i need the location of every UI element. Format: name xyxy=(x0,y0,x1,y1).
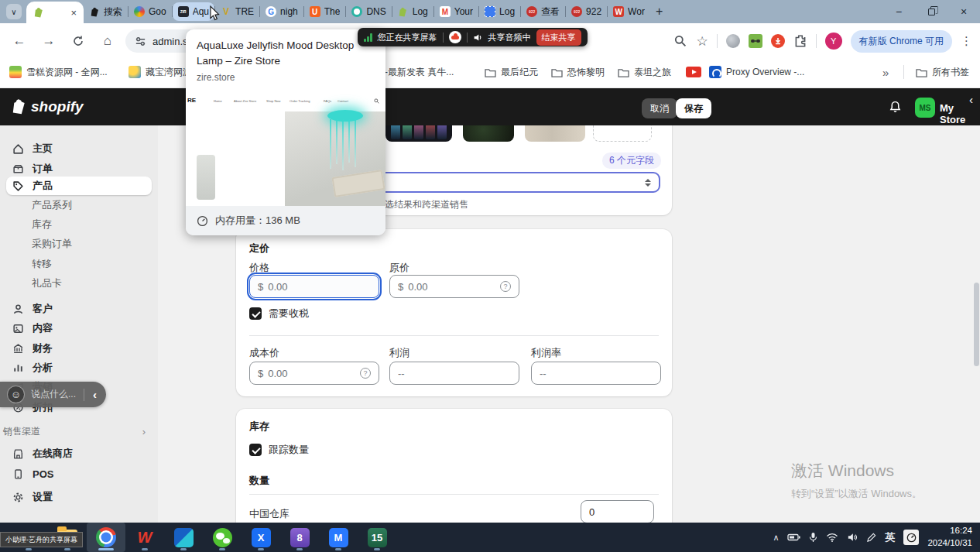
checkbox-checked-icon[interactable] xyxy=(249,444,262,456)
quantity-input[interactable] xyxy=(589,506,646,518)
browser-tab-active[interactable]: × xyxy=(26,2,84,23)
profit-field[interactable] xyxy=(389,362,519,385)
bookmark-star-icon[interactable]: ☆ xyxy=(696,33,708,50)
profit-input[interactable] xyxy=(398,368,511,379)
sidebar-item-gift-cards[interactable]: 礼品卡 xyxy=(6,275,152,292)
new-tab-button[interactable]: + xyxy=(650,0,672,23)
collapse-widget-button[interactable]: ‹ xyxy=(91,388,99,401)
extensions-puzzle-icon[interactable] xyxy=(793,34,807,48)
home-button[interactable]: ⌂ xyxy=(96,29,119,53)
checkbox-checked-icon[interactable] xyxy=(249,307,262,320)
sidebar-item-home[interactable]: 主页 xyxy=(6,139,152,158)
download-extension-icon[interactable] xyxy=(771,34,785,48)
profile-avatar[interactable]: Y xyxy=(825,33,842,50)
browser-tab[interactable]: 922 查看 xyxy=(521,0,565,23)
help-icon[interactable]: ? xyxy=(500,281,511,292)
bookmark-item[interactable] xyxy=(686,59,701,85)
wps-taskbar-button[interactable]: W xyxy=(125,523,164,552)
sidebar-item-analytics[interactable]: 分析 xyxy=(6,358,152,377)
green-app-button[interactable]: 15 xyxy=(358,523,396,552)
bookmark-folder[interactable]: 恐怖黎明 xyxy=(551,59,605,85)
share-assistant-widget[interactable]: ☺ 说点什么... ‹ xyxy=(0,382,106,407)
save-button[interactable]: 保存 xyxy=(676,98,711,118)
price-field[interactable]: $ xyxy=(249,275,379,298)
tray-expand-icon[interactable]: ∧ xyxy=(773,533,779,543)
bookmark-folder[interactable]: 最后纪元 xyxy=(485,59,538,85)
browser-tab[interactable]: DNS xyxy=(346,0,391,23)
wifi-icon[interactable] xyxy=(826,533,838,542)
sidebar-item-pos[interactable]: POS xyxy=(6,465,152,483)
sales-channels-header[interactable]: 销售渠道 › xyxy=(3,424,153,438)
browser-tab[interactable]: V TRE xyxy=(215,0,259,23)
tampermonkey-extension-icon[interactable] xyxy=(749,34,762,48)
price-input[interactable] xyxy=(268,281,371,293)
browser-tab-hovered[interactable]: ZIR Aqu xyxy=(173,2,214,21)
all-bookmarks-button[interactable]: 所有书签 xyxy=(916,59,969,85)
m-app-button[interactable]: M xyxy=(319,523,358,552)
minimize-button[interactable]: − xyxy=(882,0,915,23)
forward-button[interactable]: → xyxy=(37,29,60,53)
sidebar-item-online-store[interactable]: 在线商店 xyxy=(6,444,152,463)
sidebar-item-customers[interactable]: 客户 xyxy=(6,300,152,318)
assistant-placeholder[interactable]: 说点什么... xyxy=(31,388,76,401)
margin-input[interactable] xyxy=(540,368,653,379)
meeting-app-button[interactable] xyxy=(164,523,203,552)
volume-icon[interactable] xyxy=(847,533,858,542)
browser-tab[interactable]: M Your xyxy=(434,0,478,23)
cost-field[interactable]: $ ? xyxy=(249,362,379,385)
sidebar-item-transfers[interactable]: 转移 xyxy=(6,255,152,273)
sidebar-item-products[interactable]: 产品 xyxy=(6,177,152,195)
battery-icon[interactable] xyxy=(787,533,800,542)
tab-search-button[interactable]: ∨ xyxy=(6,4,22,19)
stop-share-button[interactable]: 结束共享 xyxy=(536,29,581,46)
sidebar-item-content[interactable]: 内容 xyxy=(6,319,152,338)
quantity-field[interactable] xyxy=(581,500,654,523)
compare-price-input[interactable] xyxy=(408,281,495,293)
bookmark-item[interactable]: 读-最新发表 真牛... xyxy=(375,59,454,85)
collapse-chevron-icon[interactable]: ‹ xyxy=(969,93,973,106)
ime-indicator[interactable]: 英 xyxy=(885,530,895,544)
wechat-button[interactable] xyxy=(203,523,242,552)
metafields-badge[interactable]: 6 个元字段 xyxy=(602,153,661,169)
sidebar-item-inventory[interactable]: 库存 xyxy=(6,216,152,233)
chrome-taskbar-button[interactable] xyxy=(87,523,125,552)
sidebar-item-orders[interactable]: 订单 xyxy=(6,159,152,178)
microphone-icon[interactable] xyxy=(809,532,817,543)
restore-button[interactable] xyxy=(915,0,947,23)
pen-icon[interactable] xyxy=(866,533,876,543)
sidebar-item-collections[interactable]: 产品系列 xyxy=(6,197,152,214)
browser-tab[interactable]: Log xyxy=(392,0,433,23)
browser-tab[interactable]: Goo xyxy=(128,0,172,23)
track-quantity-checkbox-row[interactable]: 跟踪数量 xyxy=(249,443,309,457)
browser-tab[interactable]: 922 922 xyxy=(566,0,607,23)
browser-tab[interactable]: G nigh xyxy=(260,0,303,23)
browser-tab[interactable]: 搜索 xyxy=(84,0,128,23)
chrome-update-button[interactable]: 有新版 Chrome 可用 xyxy=(851,30,952,53)
sidebar-item-settings[interactable]: 设置 xyxy=(6,488,152,506)
share-app-icon[interactable] xyxy=(449,31,461,43)
tray-app-icon[interactable] xyxy=(903,530,919,545)
bookmark-item[interactable]: 藏宝湾网游 xyxy=(128,59,192,85)
browser-tab[interactable]: U The xyxy=(304,0,346,23)
charge-tax-checkbox-row[interactable]: 需要收税 xyxy=(249,307,309,321)
scrollbar-thumb[interactable] xyxy=(974,283,979,366)
reload-button[interactable] xyxy=(67,29,90,53)
browser-tab[interactable]: Log xyxy=(479,0,520,23)
cancel-button[interactable]: 取消 xyxy=(642,98,677,118)
sidebar-item-purchase-orders[interactable]: 采购订单 xyxy=(6,235,152,252)
search-icon[interactable] xyxy=(673,34,687,48)
bookmarks-overflow-button[interactable]: » xyxy=(882,59,889,85)
compare-price-field[interactable]: $ ? xyxy=(389,275,519,298)
site-info-icon[interactable] xyxy=(135,36,146,47)
bookmark-item[interactable]: Proxy Overview -... xyxy=(709,59,804,85)
bookmark-folder[interactable]: 泰坦之旅 xyxy=(618,59,671,85)
taskbar-clock[interactable]: 16:24 2024/10/31 xyxy=(927,525,972,549)
cost-input[interactable] xyxy=(268,368,355,379)
extension-icon[interactable] xyxy=(726,34,740,48)
margin-field[interactable] xyxy=(531,362,661,385)
store-avatar[interactable]: MS xyxy=(915,98,935,118)
tab-close-icon[interactable]: × xyxy=(70,8,77,18)
back-button[interactable]: ← xyxy=(8,29,31,53)
help-icon[interactable]: ? xyxy=(360,368,371,379)
x-app-button[interactable]: X xyxy=(242,523,280,552)
